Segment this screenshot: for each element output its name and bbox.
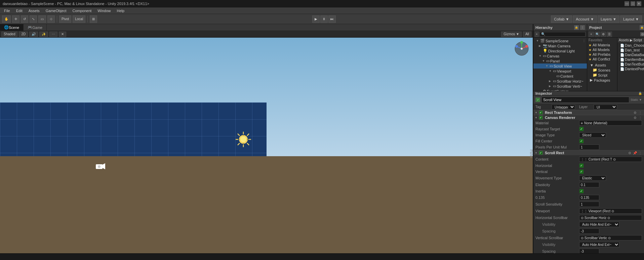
menu-edit[interactable]: Edit [13, 8, 25, 13]
hierarchy-scroll-view[interactable]: ▼ ▭ Scroll View [533, 63, 587, 69]
proj-scenes-folder[interactable]: 📁 Scenes [587, 68, 617, 73]
project-add-button[interactable]: + [589, 32, 594, 37]
object-active-checkbox[interactable]: ✓ [535, 97, 540, 102]
content-ref[interactable]: ⋮⋮ Content (Rect T ⊙ [579, 157, 642, 162]
hierarchy-content[interactable]: ▭ Content [533, 74, 587, 79]
script-dan-textpref[interactable]: 📄 DantextPref [617, 67, 644, 71]
menu-gameobject[interactable]: GameObject [43, 8, 69, 13]
image-type-select[interactable]: Sliced [579, 132, 606, 138]
hierarchy-scrollbar-h[interactable]: ▶ ▭ Scrollbar Horiz~ [533, 79, 587, 84]
scroll-rect-more-btn[interactable]: ⋮ [638, 150, 643, 155]
v-scrollbar-ref[interactable]: ⊙ Scrollbar Vertic ⊙ [579, 235, 642, 241]
gizmos-button[interactable]: Gizmos ▼ [501, 32, 522, 37]
step-button[interactable]: ⏭ [328, 15, 336, 23]
transform-tool[interactable]: ⊹ [47, 15, 55, 23]
fill-center-checkbox[interactable]: ✓ [579, 139, 584, 143]
rect-tool[interactable]: ▭ [38, 15, 46, 23]
scene-close-btn[interactable]: ✕ [59, 32, 66, 37]
scene-options-btn[interactable]: ⋯ [49, 32, 57, 37]
tab-game[interactable]: 🎮 Game [24, 24, 47, 31]
pivot-button[interactable]: Pivot [59, 15, 71, 23]
h-scrollbar-ref[interactable]: ⊙ Scrollbar Horiz ⊙ [579, 215, 642, 220]
project-settings-button[interactable]: ⚙ [601, 32, 606, 37]
hierarchy-samplescene[interactable]: ▼ 🎬 SampleScene ⋮ [533, 38, 587, 43]
menu-assets[interactable]: Assets [26, 8, 42, 13]
comp-more-btn[interactable]: ⋮ [638, 110, 643, 115]
orientation-gizmo[interactable]: X Y Z [513, 40, 530, 57]
hierarchy-directional-light[interactable]: 💡 Directional Light [533, 48, 587, 53]
scroll-rect-settings-btn[interactable]: ⚙ [627, 150, 632, 155]
scroll-rect-checkbox[interactable]: ✓ [539, 151, 543, 155]
inspector-lock-icon[interactable]: 🔒 [638, 92, 642, 95]
tab-scene[interactable]: 🌐 Scene [0, 24, 24, 31]
fav-all-models[interactable]: ★ All Models [587, 47, 617, 52]
hierarchy-scrollbar-v[interactable]: ▶ ▭ Scrollbar Verti~ [533, 84, 587, 89]
inertia-checkbox[interactable]: ✓ [579, 189, 584, 193]
vertical-checkbox[interactable]: ✓ [579, 169, 584, 174]
menu-file[interactable]: File [1, 8, 13, 13]
scroll-rect-header[interactable]: ▼ ✓ Scroll Rect ⚙ 📌 ⋮ [533, 150, 644, 155]
rotate-tool[interactable]: ↺ [21, 15, 28, 23]
maximize-button[interactable]: □ [631, 1, 635, 6]
menu-help[interactable]: Help [114, 8, 127, 13]
script-dan-itembase[interactable]: 📄 DanItemBase [617, 57, 644, 62]
pause-button[interactable]: ⏸ [320, 15, 328, 23]
audio-button[interactable]: 🔊 [29, 32, 38, 37]
hand-tool[interactable]: ✋ [2, 15, 11, 23]
deceleration-rate-input[interactable] [579, 195, 599, 200]
fav-all-prefabs[interactable]: ★ All Prefabs [587, 52, 617, 57]
fav-all-conflicts[interactable]: ★ All Conflict [587, 57, 617, 61]
comp-settings-btn[interactable]: ⚙ [633, 115, 637, 120]
project-search-button[interactable]: 🔍 [595, 32, 600, 37]
raycast-checkbox[interactable]: ✓ [579, 127, 584, 131]
proj-packages-folder[interactable]: ▶ Packages [587, 78, 617, 83]
hierarchy-viewport[interactable]: ▼ ▭ Viewport [533, 69, 587, 74]
script-dan-test[interactable]: 📄 Dan_test [617, 48, 644, 52]
layout-button[interactable]: Layout ▼ [620, 15, 642, 23]
move-tool[interactable]: ✛ [12, 15, 19, 23]
viewport-ref[interactable]: ⋮⋮ Viewport (Rect ⊙ [579, 208, 642, 214]
comp-more-btn[interactable]: ⋮ [638, 115, 643, 120]
collab-button[interactable]: Collab ▼ [551, 15, 572, 23]
scroll-rect-pin-btn[interactable]: 📌 [633, 150, 637, 155]
proj-script-folder[interactable]: 📁 Script [587, 73, 617, 78]
account-button[interactable]: Account ▼ [573, 15, 597, 23]
project-lock-icon[interactable]: 🔒 [640, 25, 644, 30]
menu-component[interactable]: Component [70, 8, 94, 13]
scale-tool[interactable]: ⤡ [30, 15, 37, 23]
script-dan-database[interactable]: 📄 DanDataBase [617, 52, 644, 57]
scroll-sensitivity-input[interactable] [579, 202, 599, 207]
layers-button[interactable]: Layers ▼ [598, 15, 619, 23]
layer-select[interactable]: UI [594, 104, 617, 110]
proj-assets-folder[interactable]: ▼ Assets [587, 63, 617, 68]
comp-settings-btn[interactable]: ⚙ [633, 110, 637, 115]
script-dan-choosep[interactable]: 📄 Dan_ChoosePa [617, 43, 644, 48]
scene-menu-icon[interactable]: ⋮ [582, 39, 586, 43]
local-button[interactable]: Local [73, 15, 85, 23]
rect-transform-checkbox[interactable]: ✓ [539, 111, 543, 115]
shaded-button[interactable]: Shaded [1, 32, 17, 37]
hierarchy-more-icon[interactable]: ⋮ [580, 25, 585, 30]
snap-button[interactable]: ⊞ [90, 15, 97, 23]
fav-all-materials[interactable]: ★ All Materia [587, 43, 617, 47]
hierarchy-add-button[interactable]: + [535, 32, 539, 37]
minimize-button[interactable]: — [625, 1, 629, 6]
hierarchy-eventsystem[interactable]: ⚙ EventSystem [533, 89, 587, 91]
canvas-checkbox[interactable]: ✓ [539, 116, 543, 120]
effects-button[interactable]: ✨ [39, 32, 48, 37]
h-visibility-select[interactable]: Auto Hide And Ext~ [579, 222, 619, 227]
pixels-per-unit-input[interactable] [579, 144, 599, 150]
hierarchy-canvas[interactable]: ▼ ▭ Canvas [533, 53, 587, 58]
project-filter-button[interactable]: ☰ [607, 32, 612, 37]
all-button[interactable]: All [523, 32, 531, 37]
elasticity-input[interactable] [579, 182, 599, 187]
tag-select[interactable]: Untagged [552, 104, 575, 110]
horizontal-checkbox[interactable]: ✓ [579, 163, 584, 168]
h-spacing-input[interactable] [579, 228, 599, 234]
menu-window[interactable]: Window [95, 8, 113, 13]
hierarchy-lock-icon[interactable]: 🔒 [574, 25, 579, 30]
rect-transform-header[interactable]: ▼ ✓ Rect Transform ⚙ ⋮ [533, 110, 644, 115]
scene-viewport[interactable]: X Y Z Panel [0, 38, 533, 253]
canvas-renderer-header[interactable]: ▼ ✓ Canvas Renderer ⚙ ⋮ [533, 115, 644, 120]
material-obj-ref[interactable]: ◆ None (Material) [579, 120, 642, 126]
